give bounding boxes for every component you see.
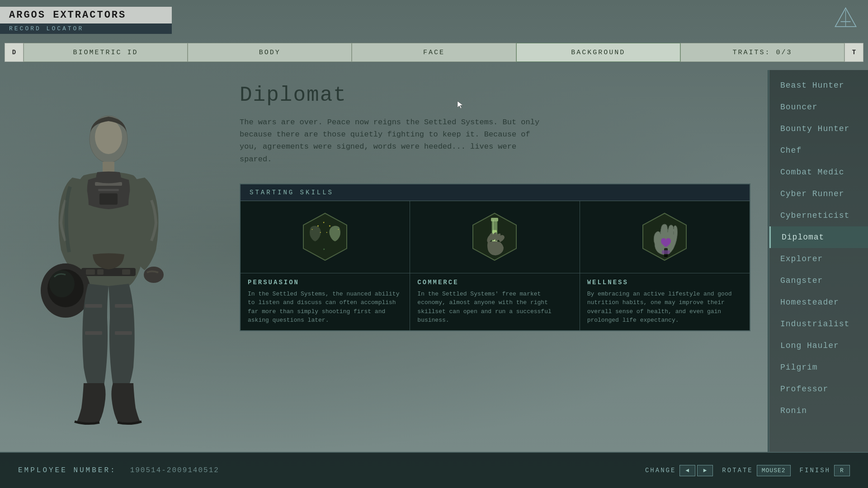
svg-rect-19 (85, 331, 102, 335)
svg-rect-18 (85, 304, 102, 308)
tab-body[interactable]: BODY (188, 43, 352, 62)
sidebar-item-explorer[interactable]: Explorer (769, 248, 868, 270)
employee-number: 190514-2009140512 (130, 466, 219, 474)
sidebar-item-long-hauler[interactable]: Long Hauler (769, 335, 868, 357)
tab-biometric-id[interactable]: BIOMETRIC ID (24, 43, 188, 62)
skill-name-persuasion: PERSUASION (248, 279, 402, 286)
background-description: The wars are over. Peace now reigns the … (240, 116, 547, 165)
skill-name-commerce: COMMERCE (417, 279, 572, 286)
sidebar-item-cyberneticist[interactable]: Cyberneticist (769, 205, 868, 226)
svg-text:★: ★ (311, 228, 313, 231)
svg-text:★: ★ (317, 224, 319, 228)
control-group-change: CHANGE ◄ ► (645, 465, 713, 476)
skill-icon-area-persuasion: ★ ✦ ★ ★ ✦ ★ ★ ✦ (241, 201, 410, 273)
skill-desc-persuasion: In the Settled Systems, the nuanced abil… (248, 290, 402, 325)
svg-text:✦: ✦ (326, 231, 328, 234)
app-subtitle: RECORD LOCATOR (0, 23, 172, 34)
sidebar-item-beast-hunter[interactable]: Beast Hunter (769, 75, 868, 96)
svg-point-4 (95, 120, 122, 154)
change-keys: ◄ ► (679, 465, 713, 476)
logo (832, 5, 859, 32)
commerce-badge-icon (467, 210, 522, 264)
skills-header: STARTING SKILLS (241, 184, 750, 201)
sidebar-item-bouncer[interactable]: Bouncer (769, 96, 868, 118)
svg-text:✦: ✦ (323, 247, 326, 252)
svg-rect-15 (86, 269, 95, 275)
skill-name-wellness: WELLNESS (587, 279, 742, 286)
persuasion-badge-icon: ★ ✦ ★ ★ ✦ ★ ★ ✦ (298, 210, 352, 264)
skills-container: STARTING SKILLS ★ ✦ ★ (240, 183, 750, 331)
background-title: Diplomat (240, 84, 750, 107)
right-sidebar: Beast Hunter Bouncer Bounty Hunter Chef … (769, 70, 868, 452)
skill-info-persuasion: PERSUASION In the Settled Systems, the n… (241, 273, 410, 330)
nav-right-button[interactable]: T (844, 43, 863, 62)
change-key-right[interactable]: ► (697, 465, 713, 476)
svg-rect-7 (98, 189, 119, 191)
sidebar-item-chef[interactable]: Chef (769, 140, 868, 161)
tab-traits[interactable]: TRAITS: 0/3 (680, 43, 844, 62)
svg-rect-17 (122, 269, 130, 275)
main-content: Diplomat The wars are over. Peace now re… (222, 70, 769, 452)
svg-point-13 (144, 267, 164, 283)
finish-key[interactable]: R (834, 465, 850, 476)
skill-info-commerce: COMMERCE In the Settled Systems' free ma… (410, 273, 579, 330)
sidebar-item-combat-medic[interactable]: Combat Medic (769, 161, 868, 183)
nav-left-button[interactable]: D (5, 43, 24, 62)
logo-icon (833, 6, 858, 31)
skill-info-wellness: WELLNESS By embracing an active lifestyl… (580, 273, 750, 330)
character-image (2, 80, 219, 442)
svg-rect-33 (491, 218, 498, 221)
control-label-rotate: ROTATE (722, 467, 753, 474)
control-label-change: CHANGE (645, 467, 676, 474)
skill-desc-wellness: By embracing an active lifestyle and goo… (587, 290, 742, 325)
svg-rect-20 (115, 304, 132, 308)
tab-face[interactable]: FACE (352, 43, 516, 62)
change-key-left[interactable]: ◄ (679, 465, 695, 476)
tab-background[interactable]: BACKGROUND (516, 43, 680, 62)
skill-card-commerce: COMMERCE In the Settled Systems' free ma… (410, 201, 580, 330)
control-group-finish: FINISH R (800, 465, 850, 476)
sidebar-item-industrialist[interactable]: Industrialist (769, 313, 868, 335)
svg-rect-39 (662, 250, 670, 254)
sidebar-item-diplomat[interactable]: Diplomat (769, 226, 868, 248)
svg-text:★: ★ (338, 228, 339, 231)
rotate-key[interactable]: MOUSE2 (757, 465, 791, 476)
svg-text:★: ★ (329, 224, 331, 228)
character-svg (25, 92, 197, 431)
sidebar-item-homesteader[interactable]: Homesteader (769, 291, 868, 313)
top-bar: ARGOS EXTRACTORS RECORD LOCATOR (0, 0, 868, 41)
svg-rect-16 (97, 269, 104, 275)
skill-icon-area-wellness (580, 201, 750, 273)
svg-rect-8 (99, 193, 118, 205)
skill-card-persuasion: ★ ✦ ★ ★ ✦ ★ ★ ✦ PERSUASIO (241, 201, 410, 330)
skills-grid: ★ ✦ ★ ★ ✦ ★ ★ ✦ PERSUASIO (241, 201, 750, 330)
sidebar-item-cyber-runner[interactable]: Cyber Runner (769, 183, 868, 205)
employee-label: EMPLOYEE NUMBER: (18, 466, 117, 474)
sidebar-item-bounty-hunter[interactable]: Bounty Hunter (769, 118, 868, 140)
svg-text:✦: ✦ (320, 231, 321, 234)
nav-bar: D BIOMETRIC ID BODY FACE BACKGROUND TRAI… (0, 41, 868, 64)
skill-desc-commerce: In the Settled Systems' free market econ… (417, 290, 572, 325)
bottom-bar: EMPLOYEE NUMBER: 190514-2009140512 CHANG… (0, 452, 868, 488)
sidebar-item-pilgrim[interactable]: Pilgrim (769, 357, 868, 378)
character-area (0, 70, 222, 452)
svg-rect-21 (115, 331, 132, 335)
app-title: ARGOS EXTRACTORS (0, 7, 172, 23)
skill-card-wellness: WELLNESS By embracing an active lifestyl… (580, 201, 750, 330)
skill-icon-area-commerce (410, 201, 579, 273)
sidebar-item-gangster[interactable]: Gangster (769, 270, 868, 291)
control-group-rotate: ROTATE MOUSE2 (722, 465, 790, 476)
sidebar-item-professor[interactable]: Professor (769, 378, 868, 400)
bottom-controls: CHANGE ◄ ► ROTATE MOUSE2 FINISH R (645, 465, 850, 476)
sidebar-item-ronin[interactable]: Ronin (769, 400, 868, 422)
app-title-container: ARGOS EXTRACTORS RECORD LOCATOR (0, 7, 172, 34)
svg-marker-22 (303, 213, 347, 260)
wellness-badge-icon (637, 210, 692, 264)
control-label-finish: FINISH (800, 467, 830, 474)
